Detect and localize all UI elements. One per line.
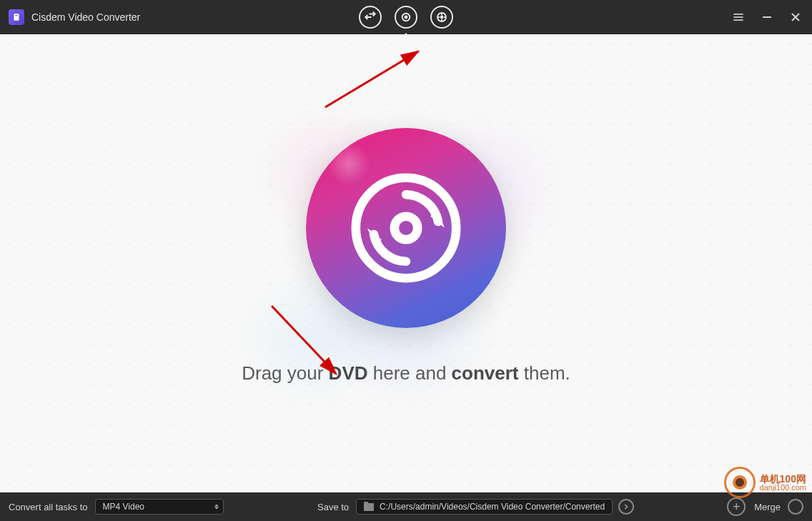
- watermark-logo-icon: [724, 467, 756, 498]
- mode-convert-button[interactable]: [359, 6, 382, 29]
- main-drop-area[interactable]: Drag your DVD here and convert them.: [0, 34, 812, 492]
- merge-label: Merge: [754, 502, 781, 512]
- titlebar: Cisdem Video Converter: [0, 0, 812, 34]
- close-button[interactable]: [788, 9, 803, 25]
- app-title: Cisdem Video Converter: [31, 11, 140, 23]
- menu-button[interactable]: [731, 9, 746, 25]
- select-caret-icon: [214, 505, 219, 510]
- convert-tasks-label: Convert all tasks to: [9, 502, 88, 512]
- svg-rect-0: [14, 14, 19, 20]
- bottombar: Convert all tasks to MP4 Video Save to C…: [0, 492, 812, 521]
- mode-download-button[interactable]: [430, 6, 453, 29]
- svg-point-21: [395, 217, 417, 239]
- hero-dvd-icon: [306, 128, 506, 328]
- mode-dvd-button[interactable]: [395, 6, 417, 29]
- annotation-arrow-bottom: [264, 299, 350, 384]
- mode-switcher: [359, 6, 453, 29]
- minimize-button[interactable]: [759, 9, 775, 25]
- svg-line-19: [272, 306, 336, 374]
- save-to-label: Save to: [317, 502, 349, 512]
- annotation-arrow-top: [318, 43, 432, 114]
- svg-rect-1: [15, 15, 18, 16]
- output-format-select[interactable]: MP4 Video: [95, 499, 224, 515]
- add-file-button[interactable]: +: [727, 497, 746, 516]
- folder-icon: [364, 503, 374, 511]
- svg-point-3: [405, 16, 407, 19]
- site-watermark: 单机100网 danji100.com: [724, 467, 806, 498]
- svg-point-5: [441, 16, 443, 19]
- app-logo-icon: [9, 9, 24, 25]
- window-controls: [731, 9, 803, 25]
- svg-line-17: [325, 51, 418, 107]
- save-path-field[interactable]: C:/Users/admin/Videos/Cisdem Video Conve…: [356, 499, 613, 515]
- open-folder-button[interactable]: [618, 499, 634, 515]
- merge-toggle[interactable]: [788, 499, 803, 515]
